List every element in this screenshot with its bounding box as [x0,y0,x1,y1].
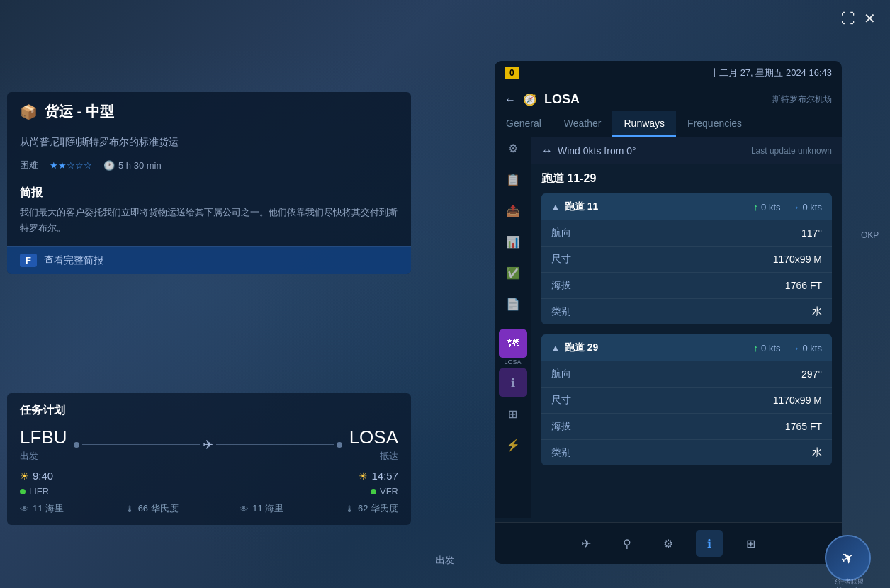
plane-icon: ✈ [203,437,213,453]
sidebar-icon-doc[interactable]: 📄 [499,290,527,318]
origin-code: LIFR [29,486,49,497]
runways-section: 跑道 11-29 ▲ 跑道 11 ↑ 0 kts → [531,164,842,465]
panel-bottom-bar: ✈ ⚲ ⚙ ℹ ⊞ [495,522,842,564]
sidebar-icon-clipboard[interactable]: 📋 [499,165,527,193]
runway-11-chevron: ▲ [551,202,560,212]
arrive-time: ☀ 14:57 [359,470,398,482]
runway-29-wind-right: → 0 kts [791,343,822,354]
plan-panel: 任务计划 LFBU 出发 ✈ LOSA 抵达 ☀ 9:40 ☀ 14:57 [7,393,411,525]
runway-29-elevation: 海拔 1765 FT [541,414,832,440]
back-button[interactable]: ← [505,94,516,106]
dest-code: VFR [380,486,398,497]
compass-icon: 🧭 [523,93,537,106]
sidebar-icon-info[interactable]: ℹ [499,368,527,397]
times-row: ☀ 9:40 ☀ 14:57 [20,470,398,482]
origin-airport: LFBU 出发 [20,426,67,463]
panel-top-left: 0 [505,67,519,79]
mission-meta: 困难 ★★☆☆☆ 🕐 5 h 30 min [7,154,411,179]
runway-11-size: 尺寸 1170x99 M [541,247,832,273]
origin-info: LIFR [20,486,49,497]
wind-info: ↔ Wind 0kts from 0° [541,145,636,157]
wind-row: ↔ Wind 0kts from 0° Last update unknown [531,137,842,164]
runway-29-heading: 航向 297° [541,361,832,388]
logo-plane-icon: ✈ [838,547,858,570]
runway-29-winds: ↑ 0 kts → 0 kts [754,343,822,354]
tab-frequencies[interactable]: Frequencies [676,111,753,137]
airport-code-title: LOSA [544,92,580,107]
mission-time: 🕐 5 h 30 min [103,160,162,171]
sidebar-icon-settings[interactable]: ⚙ [499,134,527,162]
sidebar-icon-grid[interactable]: ⊞ [499,400,527,428]
bottom-btn-pin[interactable]: ⚲ [614,530,641,557]
runway-11-heading: 航向 117° [541,220,832,247]
expand-button[interactable]: ⛶ [841,11,855,27]
dest-status-dot [371,489,376,494]
stat-temp-origin: 🌡 66 华氏度 [125,502,179,515]
last-update: Last update unknown [751,146,832,156]
runway-11-header[interactable]: ▲ 跑道 11 ↑ 0 kts → 0 kts [541,193,832,220]
map-label-okp: OKP [861,230,879,240]
tab-weather[interactable]: Weather [553,111,613,137]
eye-icon-1: 👁 [20,504,29,514]
sun-icon-depart: ☀ [20,470,29,482]
view-brief-button[interactable]: F 查看完整简报 [7,246,411,274]
tab-runways[interactable]: Runways [612,111,676,137]
arrow-right-icon-29: → [791,343,800,354]
sidebar-losa-group: 🗺 LOSA [495,329,531,366]
sidebar-icon-check[interactable]: ✅ [499,259,527,287]
eye-icon-2: 👁 [240,504,249,514]
bottom-btn-plane[interactable]: ✈ [573,530,599,557]
runway-29-wind-up: ↑ 0 kts [754,343,781,354]
logo-circle: ✈ 飞行者联盟 China Flier [825,535,871,581]
runway-29-type: 类别 水 [541,440,832,465]
wind-description: Wind 0kts from 0° [558,145,636,157]
airports-row: LIFR VFR [20,486,398,497]
mission-description: 我们最大的客户委托我们立即将货物运送给其下属公司之一。他们依靠我们尽快将其交付到… [7,205,411,246]
panel-title-row: ← 🧭 LOSA 斯特罗布尔机场 [495,85,842,111]
runway-11-header-left: ▲ 跑道 11 [551,200,598,213]
mission-subtitle: 从尚普尼耶到斯特罗布尔的标准货运 [7,130,411,154]
bottom-btn-gear[interactable]: ⚙ [655,530,682,557]
alert-badge: 0 [505,67,519,79]
mission-title: 货运 - 中型 [45,102,114,121]
arrow-up-icon-11: ↑ [754,202,759,213]
runway-29-chevron: ▲ [551,343,560,353]
brief-section-title: 简报 [7,179,411,205]
weather-stats-row: 👁 11 海里 🌡 66 华氏度 👁 11 海里 🌡 62 华氏度 [20,502,398,515]
sidebar-icon-losa-map[interactable]: 🗺 [499,329,527,358]
runway-card-29: ▲ 跑道 29 ↑ 0 kts → 0 kts [541,334,832,465]
mission-header: 📦 货运 - 中型 [7,92,411,130]
logo-text-line1: 飞行者联盟 [832,577,864,587]
panel-sidebar: ⚙ 📋 📤 📊 ✅ 📄 🗺 LOSA ℹ ⊞ ⚡ [495,128,531,518]
temp-icon-1: 🌡 [125,504,135,514]
runway-29-header-left: ▲ 跑道 29 [551,341,598,354]
panel-top-bar: 0 十二月 27, 星期五 2024 16:43 [495,61,842,85]
sidebar-icon-chart[interactable]: 📊 [499,227,527,256]
difficulty-stars: ★★☆☆☆ [50,160,92,171]
sidebar-icon-upload[interactable]: 📤 [499,196,527,225]
logo-badge: ✈ 飞行者联盟 China Flier [816,535,879,577]
arrow-right-icon-11: → [791,202,800,213]
plan-title: 任务计划 [20,403,398,418]
runways-section-title: 跑道 11-29 [541,171,832,186]
top-bar: ⛶ ✕ [827,0,890,37]
close-button[interactable]: ✕ [864,10,876,27]
runway-29-size: 尺寸 1170x99 M [541,388,832,414]
runway-29-name: 跑道 29 [565,341,598,354]
mission-icon: 📦 [20,103,38,120]
runway-11-wind-up: ↑ 0 kts [754,202,781,213]
runway-11-wind-right: → 0 kts [791,202,822,213]
stat-visibility-dest: 👁 11 海里 [240,502,283,515]
panel-tabs: General Weather Runways Frequencies [495,111,842,137]
bottom-btn-grid[interactable]: ⊞ [737,530,764,557]
runway-11-type: 类别 水 [541,299,832,324]
sidebar-icon-lightning[interactable]: ⚡ [499,431,527,459]
brief-key: F [20,254,37,267]
bottom-btn-info[interactable]: ℹ [696,530,723,557]
runway-29-header[interactable]: ▲ 跑道 29 ↑ 0 kts → 0 kts [541,334,832,361]
mission-panel: 📦 货运 - 中型 从尚普尼耶到斯特罗布尔的标准货运 困难 ★★☆☆☆ 🕐 5 … [7,92,411,274]
stat-temp-dest: 🌡 62 华氏度 [345,502,398,515]
airport-full-name: 斯特罗布尔机场 [772,94,832,106]
runway-11-winds: ↑ 0 kts → 0 kts [754,202,822,213]
airport-panel: 0 十二月 27, 星期五 2024 16:43 ← 🧭 LOSA 斯特罗布尔机… [495,61,842,564]
